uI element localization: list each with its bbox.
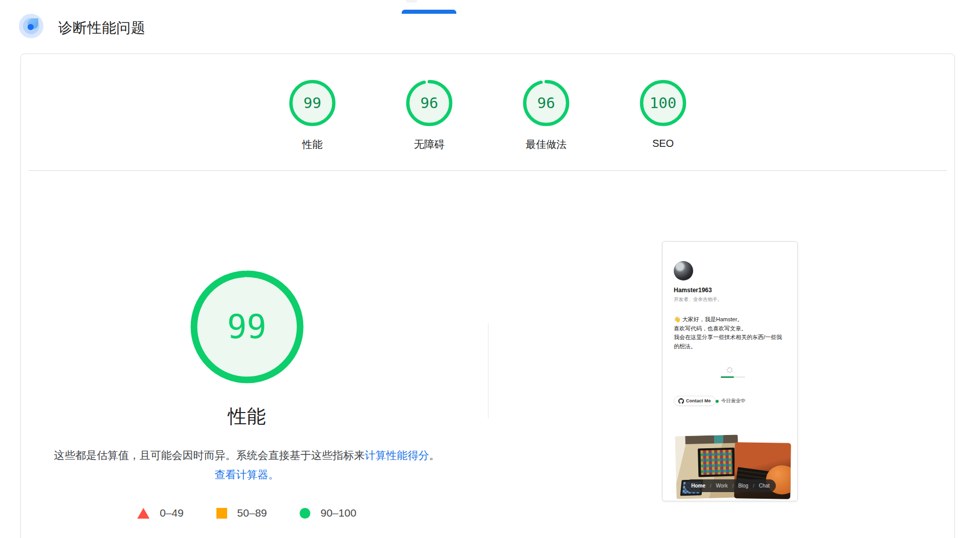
profile-bio: 👋 大家好，我是Hamster。 喜欢写代码，也喜欢写文章。 我会在这里分享一些… bbox=[674, 315, 782, 351]
category-label: 性能 bbox=[261, 138, 363, 151]
category-best-practices[interactable]: 96 最佳做法 bbox=[495, 80, 597, 151]
nav-chat: Chat bbox=[759, 483, 770, 489]
score-gauge: 96 bbox=[406, 80, 453, 126]
progress-bar-fill bbox=[721, 376, 734, 378]
explanation-period: 。 bbox=[429, 449, 440, 461]
score-value: 99 bbox=[289, 80, 336, 126]
category-label: 最佳做法 bbox=[495, 138, 597, 151]
avatar bbox=[674, 261, 693, 280]
category-accessibility[interactable]: 96 无障碍 bbox=[378, 80, 480, 151]
nav-separator: / bbox=[753, 483, 754, 489]
score-explanation: 这些都是估算值，且可能会因时而异。系统会直接基于这些指标来计算性能得分。查看计算… bbox=[54, 446, 440, 484]
nav-work: Work bbox=[716, 483, 727, 489]
score-value: 96 bbox=[406, 80, 453, 126]
horizontal-divider bbox=[29, 170, 947, 171]
performance-score-gauge: 99 bbox=[188, 268, 306, 386]
lighthouse-beacon-icon bbox=[19, 14, 43, 38]
section-title: 诊断性能问题 bbox=[58, 18, 145, 38]
vertical-divider bbox=[488, 323, 488, 418]
orange-square-icon bbox=[216, 508, 227, 519]
performance-heading: 性能 bbox=[54, 404, 440, 429]
nav-blog: Blog bbox=[738, 483, 748, 489]
contact-me-button: Contact Me bbox=[674, 396, 716, 406]
red-triangle-icon bbox=[137, 508, 150, 519]
legend-label: 0–49 bbox=[160, 507, 184, 519]
scoring-link[interactable]: 计算性能得分 bbox=[365, 449, 429, 461]
legend-label: 90–100 bbox=[321, 507, 356, 519]
performance-score-value: 99 bbox=[188, 268, 306, 386]
profile-subtitle: 开发者、业余吉他手。 bbox=[674, 296, 722, 303]
category-performance[interactable]: 99 性能 bbox=[261, 80, 363, 151]
preview-nav-pill: Home / Work / Blog / Chat bbox=[685, 479, 776, 492]
legend-item-pass: 90–100 bbox=[300, 507, 356, 519]
bio-line: 喜欢写代码，也喜欢写文章。 bbox=[674, 324, 782, 334]
pagespeed-report-page: 诊断性能问题 99 性能 96 无障碍 bbox=[0, 0, 980, 538]
progress-bar bbox=[721, 376, 745, 378]
green-status-dot-icon bbox=[716, 400, 719, 403]
nav-separator: / bbox=[710, 483, 712, 489]
nav-separator: / bbox=[732, 483, 734, 489]
calculator-link[interactable]: 查看计算器。 bbox=[215, 469, 279, 480]
performance-detail: 99 性能 这些都是估算值，且可能会因时而异。系统会直接基于这些指标来计算性能得… bbox=[54, 268, 440, 519]
loading-spinner-icon bbox=[727, 367, 732, 373]
legend-item-fail: 0–49 bbox=[137, 507, 184, 519]
legend-label: 50–89 bbox=[237, 507, 267, 519]
status-badge: 今日营业中 bbox=[716, 398, 746, 404]
score-gauge: 99 bbox=[289, 80, 336, 126]
score-value: 96 bbox=[523, 80, 570, 126]
status-label: 今日营业中 bbox=[721, 398, 746, 404]
legend-item-average: 50–89 bbox=[216, 507, 267, 519]
bio-line: 👋 大家好，我是Hamster。 bbox=[674, 315, 782, 324]
profile-name: Hamster1963 bbox=[674, 287, 712, 294]
score-gauge: 100 bbox=[640, 80, 687, 126]
shelf-area bbox=[685, 434, 738, 444]
report-card: 99 性能 96 无障碍 96 最佳做法 bbox=[20, 54, 955, 538]
monitor-photo-wall bbox=[698, 447, 735, 477]
score-value: 100 bbox=[640, 80, 687, 126]
tab-icon-fragment bbox=[406, 0, 417, 3]
contact-button-label: Contact Me bbox=[686, 398, 711, 403]
category-seo[interactable]: 100 SEO bbox=[612, 80, 714, 149]
bio-line: 的想法。 bbox=[674, 342, 782, 351]
score-gauge: 96 bbox=[523, 80, 570, 126]
active-tab-indicator[interactable] bbox=[402, 10, 456, 14]
bio-line: 我会在这里分享一些技术相关的东西/一些我 bbox=[674, 333, 782, 342]
github-icon bbox=[678, 398, 684, 404]
nav-home: Home bbox=[691, 483, 705, 489]
explanation-text: 这些都是估算值，且可能会因时而异。系统会直接基于这些指标来 bbox=[54, 449, 365, 461]
page-screenshot-preview[interactable]: Hamster1963 开发者、业余吉他手。 👋 大家好，我是Hamster。 … bbox=[662, 241, 798, 501]
green-circle-icon bbox=[300, 508, 310, 519]
category-label: SEO bbox=[612, 138, 714, 149]
beacon-center-dot bbox=[28, 24, 34, 30]
category-label: 无障碍 bbox=[378, 138, 480, 151]
score-legend: 0–49 50–89 90–100 bbox=[54, 507, 440, 519]
